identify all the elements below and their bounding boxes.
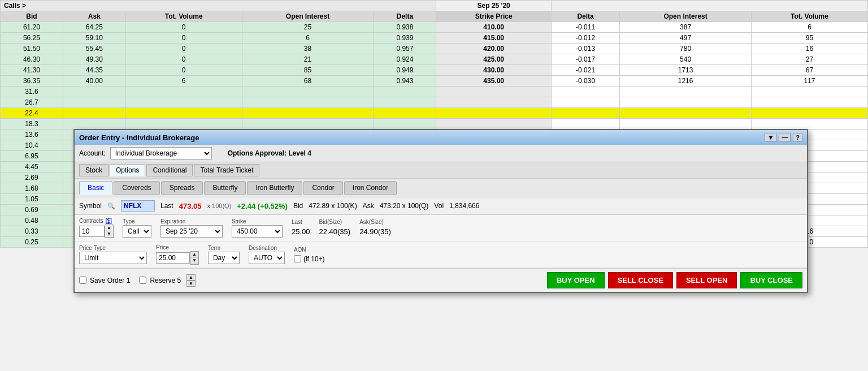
cell-bid: 31.6 (1, 87, 63, 97)
contracts-spinner-buttons[interactable]: ▲ ▼ (105, 225, 114, 238)
reserve-spinner-down[interactable]: ▼ (186, 281, 196, 287)
reserve-spinner-up[interactable]: ▲ (186, 274, 196, 281)
symbol-input[interactable] (121, 200, 155, 212)
table-row[interactable]: 22.4 (1, 108, 868, 119)
cell-put-oi: 1216 (620, 76, 752, 87)
price-type-group: Price Type Limit Market (79, 245, 147, 264)
table-row[interactable]: 18.3 (1, 119, 868, 130)
contracts-label: Contracts (79, 218, 103, 224)
col-strike: Strike Price (436, 11, 552, 22)
type-select[interactable]: Call Put (123, 225, 151, 238)
sell-open-button[interactable]: SELL OPEN (676, 272, 737, 288)
collapse-button[interactable]: — (779, 133, 791, 142)
price-input[interactable] (156, 252, 190, 264)
cell-bid: 1.68 (1, 183, 63, 194)
col-tot-vol: Tot. Volume (125, 11, 242, 22)
bid-label-info: Bid (293, 202, 303, 210)
cell-tot-vol: 0 (125, 44, 242, 54)
tab-options[interactable]: Options (110, 164, 145, 176)
cell-put-oi (620, 119, 752, 130)
bid-size-group: Bid(Size) 22.40(35) (319, 219, 350, 238)
cell-delta: 0.949 (374, 65, 436, 76)
main-tabs-row: Stock Options Conditional Total Trade Ti… (75, 162, 807, 179)
cell-put-oi (620, 108, 752, 119)
sell-close-button[interactable]: SELL CLOSE (608, 272, 673, 288)
term-select[interactable]: Day GTC (208, 252, 240, 264)
last-price: 473.05 (179, 202, 202, 210)
contracts-input[interactable] (79, 226, 105, 237)
cell-bid: 0.48 (1, 215, 63, 226)
account-select[interactable]: Individual Brokerage (110, 147, 212, 159)
destination-select[interactable]: AUTO (249, 252, 285, 264)
price-type-select[interactable]: Limit Market (79, 252, 147, 264)
tab-stock[interactable]: Stock (79, 164, 108, 176)
cell-put-delta: -0.012 (552, 33, 620, 44)
cell-bid: 0.25 (1, 237, 63, 248)
cell-delta (374, 119, 436, 130)
modal-title-controls: ▼ — ? (765, 133, 802, 142)
tab-conditional[interactable]: Conditional (146, 164, 193, 176)
aon-group: AON (if 10+) (294, 247, 325, 263)
type-group: Type Call Put (123, 218, 151, 238)
cell-delta: 0.938 (374, 22, 436, 33)
minimize-button[interactable]: ▼ (765, 133, 776, 142)
sub-tab-iron-butterfly[interactable]: Iron Butterfly (247, 181, 302, 195)
price-spinner-up[interactable]: ▲ (190, 252, 198, 258)
price-spinner-buttons[interactable]: ▲ ▼ (190, 251, 199, 265)
cell-put-oi: 540 (620, 54, 752, 65)
dollar-label[interactable]: [$] (106, 218, 112, 224)
table-row[interactable]: 36.35 40.00 6 68 0.943 435.00 -0.030 121… (1, 76, 868, 87)
cell-open-int: 85 (242, 65, 374, 76)
term-group: Term Day GTC (208, 245, 240, 264)
approval-label: Options Approval: Level 4 (228, 149, 311, 157)
table-row[interactable]: 31.6 (1, 87, 868, 97)
buy-close-button[interactable]: BUY CLOSE (740, 272, 802, 288)
cell-put-vol (752, 87, 868, 97)
spinner-up[interactable]: ▲ (105, 225, 113, 231)
table-row[interactable]: 61.20 64.25 0 25 0.938 410.00 -0.011 387… (1, 22, 868, 33)
cell-put-delta (552, 119, 620, 130)
col-delta: Delta (374, 11, 436, 22)
spinner-down[interactable]: ▼ (105, 231, 113, 238)
cell-strike: 415.00 (436, 33, 552, 44)
aon-note: (if 10+) (303, 255, 325, 263)
sub-tab-spreads[interactable]: Spreads (161, 181, 203, 195)
sub-tab-covereds[interactable]: Covereds (114, 181, 159, 195)
vol-label: Vol (434, 202, 444, 210)
price-spinner-down[interactable]: ▼ (190, 258, 198, 264)
sub-tab-iron-condor[interactable]: Iron Condor (344, 181, 397, 195)
cell-put-delta: -0.017 (552, 54, 620, 65)
sub-tab-butterfly[interactable]: Butterfly (204, 181, 246, 195)
tab-total-trade[interactable]: Total Trade Ticket (194, 164, 259, 176)
table-row[interactable]: 26.7 (1, 97, 868, 108)
reserve-label: Reserve 5 (150, 277, 181, 284)
symbol-search-icon[interactable]: 🔍 (107, 202, 115, 210)
last-col-value: 25.00 (292, 226, 310, 238)
sub-tabs-row: Basic Covereds Spreads Butterfly Iron Bu… (75, 179, 807, 197)
save-order-label: Save Order 1 (90, 277, 130, 284)
sub-tab-basic[interactable]: Basic (79, 181, 112, 195)
cell-bid: 36.35 (1, 76, 63, 87)
cell-put-vol: 16 (752, 44, 868, 54)
cell-delta (374, 97, 436, 108)
reserve-checkbox[interactable] (139, 277, 146, 284)
strike-select[interactable]: 450.00 (232, 225, 283, 238)
table-row[interactable]: 46.30 49.30 0 21 0.924 425.00 -0.017 540… (1, 54, 868, 65)
cell-bid: 18.3 (1, 119, 63, 130)
sub-tab-condor[interactable]: Condor (303, 181, 342, 195)
cell-bid: 56.25 (1, 33, 63, 44)
buy-open-button[interactable]: BUY OPEN (547, 272, 605, 288)
cell-bid: 10.4 (1, 140, 63, 151)
aon-checkbox[interactable] (294, 255, 301, 262)
price-type-label: Price Type (79, 245, 147, 251)
help-button[interactable]: ? (793, 133, 802, 142)
table-row[interactable]: 51.50 55.45 0 38 0.957 420.00 -0.013 780… (1, 44, 868, 54)
cell-open-int: 25 (242, 22, 374, 33)
expiration-select[interactable]: Sep 25 '20 (160, 225, 223, 238)
save-order-checkbox[interactable] (79, 277, 86, 284)
cell-bid: 61.20 (1, 22, 63, 33)
cell-delta: 0.939 (374, 33, 436, 44)
cell-ask: 55.45 (63, 44, 125, 54)
table-row[interactable]: 41.30 44.35 0 85 0.949 430.00 -0.021 171… (1, 65, 868, 76)
table-row[interactable]: 56.25 59.10 0 6 0.939 415.00 -0.012 497 … (1, 33, 868, 44)
